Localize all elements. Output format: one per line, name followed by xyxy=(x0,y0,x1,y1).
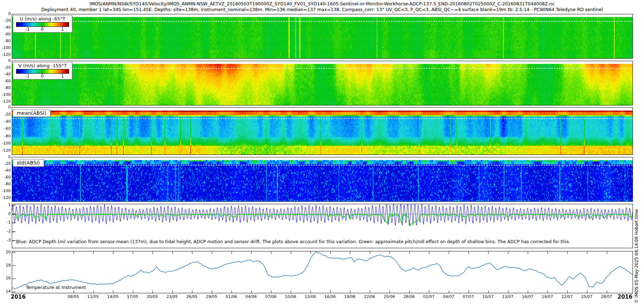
depth-tick-label: -60 xyxy=(0,127,11,131)
depth-tick-label: -120 xyxy=(0,99,11,104)
v-legend-title: V (m/s) along -155°T xyxy=(13,63,72,68)
date-tick-label: 19/06 xyxy=(341,294,359,299)
depth-tick-label: 0 xyxy=(0,105,11,109)
v-colorbar-labels: -1 0 1 xyxy=(13,74,72,79)
date-tick-label: 26/05 xyxy=(182,294,201,299)
date-tick-label: 20/05 xyxy=(143,294,162,299)
date-tick-label: 13/06 xyxy=(301,294,319,299)
colorbar-tick-label: 1 xyxy=(58,27,67,32)
date-tick-label: 10/07 xyxy=(479,294,497,299)
depth-variation-tick-label: 1 xyxy=(3,203,11,207)
figure-title-filename: IMOS/ANMN/NSW/SYD140/Velocity/IMOS_ANMN-… xyxy=(0,1,644,6)
std-absi-heatmap xyxy=(12,157,633,201)
depth-tick-label: 0 xyxy=(0,155,11,159)
date-tick-label: 10/06 xyxy=(281,294,300,299)
depth-variation-tick-label: -1 xyxy=(3,220,11,225)
depth-tick-label: -20 xyxy=(0,19,11,23)
std-absi-label-box: std(ABSI) xyxy=(13,159,44,167)
mean-absi-label-box: mean(ABSI) xyxy=(13,109,50,117)
panel-std-absi: std(ABSI) xyxy=(12,157,633,202)
depth-tick-label: 0 xyxy=(0,59,11,63)
date-tick-label: 16/07 xyxy=(518,294,537,299)
depth-tick-label: -80 xyxy=(0,86,11,90)
depth-tick-label: -60 xyxy=(0,175,11,180)
x-axis-year-right: 2016 xyxy=(618,294,633,300)
date-tick-label: 19/07 xyxy=(538,294,557,299)
depth-tick-label: -40 xyxy=(0,119,11,124)
panel-mean-absi: mean(ABSI) xyxy=(12,107,633,155)
depth-tick-label: -60 xyxy=(0,32,11,36)
temperature-tick-label: 14 xyxy=(1,289,11,294)
date-tick-label: 08/05 xyxy=(64,294,83,299)
date-tick-label: 28/06 xyxy=(400,294,418,299)
colorbar-tick-label: -1 xyxy=(23,74,32,79)
date-tick-label: 29/05 xyxy=(202,294,221,299)
depth-tick-label: -40 xyxy=(0,72,11,77)
u-colorbar-labels: -1 0 1 xyxy=(13,27,72,32)
date-tick-label: 11/05 xyxy=(84,294,102,299)
v-velocity-heatmap xyxy=(12,61,633,105)
u-legend-title: U (m/s) along -65°T xyxy=(13,16,72,21)
u-colorbar-gradient xyxy=(16,22,69,27)
depth-tick-label: -80 xyxy=(0,39,11,43)
date-tick-label: 25/06 xyxy=(380,294,399,299)
v-colorbar-legend: V (m/s) along -155°T -1 0 1 xyxy=(13,62,72,79)
depth-tick-label: -100 xyxy=(0,189,11,193)
temperature-plot xyxy=(12,251,633,293)
depth-tick-label: -20 xyxy=(0,162,11,166)
depth-tick-label: -100 xyxy=(0,93,11,97)
depth-variation-tick-label: -3 xyxy=(3,238,11,242)
date-tick-label: 17/05 xyxy=(123,294,142,299)
date-tick-label: 14/05 xyxy=(103,294,122,299)
date-tick-label: 28/07 xyxy=(597,294,616,299)
figure-root: IMOS/ANMN/NSW/SYD140/Velocity/IMOS_ANMN-… xyxy=(0,0,644,304)
date-tick-label: 04/06 xyxy=(242,294,260,299)
panel-v-velocity: V (m/s) along -155°T -1 0 1 xyxy=(12,61,633,106)
date-tick-label: 22/06 xyxy=(360,294,379,299)
depth-tick-label: -120 xyxy=(0,53,11,57)
colorbar-tick-label: 1 xyxy=(58,74,67,79)
v-colorbar-gradient xyxy=(16,69,69,74)
date-tick-label: 25/07 xyxy=(577,294,596,299)
date-tick-label: 04/07 xyxy=(439,294,458,299)
mean-absi-heatmap xyxy=(12,108,633,155)
depth-variation-tick-label: 0 xyxy=(3,212,11,216)
panel-u-velocity: U (m/s) along -65°T -1 0 1 xyxy=(12,14,633,59)
date-tick-label: 16/06 xyxy=(321,294,340,299)
date-tick-label: 01/06 xyxy=(222,294,241,299)
depth-tick-label: -120 xyxy=(0,196,11,200)
depth-tick-label: -80 xyxy=(0,182,11,186)
temperature-tick-label: 18 xyxy=(1,263,11,268)
depth-tick-label: -100 xyxy=(0,46,11,50)
depth-variation-annotation: Blue: ADCP Depth (m) variation from sens… xyxy=(16,239,570,244)
imos-copyright-timestamp: © IMOS 05-May-2025 04:14:06 Hobart time xyxy=(634,149,639,303)
u-velocity-heatmap xyxy=(12,14,633,58)
depth-tick-label: -20 xyxy=(0,112,11,117)
date-tick-label: 07/07 xyxy=(459,294,478,299)
depth-tick-label: -80 xyxy=(0,134,11,138)
date-tick-label: 01/07 xyxy=(420,294,438,299)
depth-tick-label: -100 xyxy=(0,141,11,146)
colorbar-tick-label: -1 xyxy=(23,27,32,32)
temperature-tick-label: 16 xyxy=(1,276,11,280)
date-tick-label: 23/05 xyxy=(163,294,181,299)
temperature-tick-label: 20 xyxy=(1,250,11,254)
date-tick-label: 07/06 xyxy=(262,294,280,299)
date-tick-label: 13/07 xyxy=(498,294,517,299)
temperature-label: Temperature at Instrument xyxy=(26,285,86,290)
depth-tick-label: -40 xyxy=(0,25,11,30)
depth-tick-label: 0 xyxy=(0,12,11,16)
x-axis-year-left: 2016 xyxy=(11,294,26,300)
colorbar-tick-label: 0 xyxy=(38,74,47,79)
depth-tick-label: -40 xyxy=(0,168,11,173)
u-colorbar-legend: U (m/s) along -65°T -1 0 1 xyxy=(13,15,72,33)
depth-variation-tick-label: -2 xyxy=(3,229,11,234)
panel-temperature xyxy=(12,251,633,293)
colorbar-tick-label: 0 xyxy=(38,27,47,32)
depth-tick-label: -60 xyxy=(0,79,11,83)
depth-tick-label: -120 xyxy=(0,148,11,153)
date-tick-label: 22/07 xyxy=(558,294,576,299)
figure-subtitle-deployment: Deployment 40, member 1 lat=34S lon=151.… xyxy=(0,7,644,12)
depth-tick-label: -20 xyxy=(0,65,11,70)
